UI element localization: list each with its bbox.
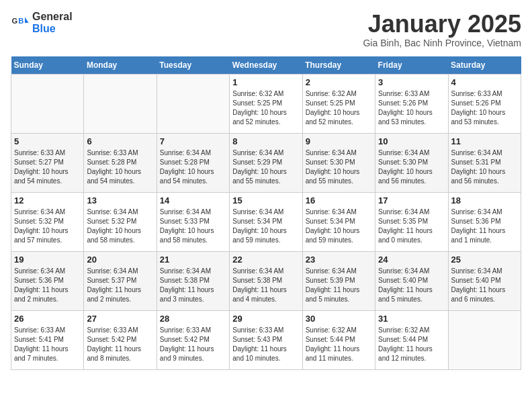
day-number: 2	[306, 77, 372, 87]
day-number: 18	[451, 195, 518, 205]
day-info: Sunrise: 6:34 AMSunset: 5:29 PMDaylight:…	[232, 148, 299, 186]
day-number: 21	[160, 255, 226, 265]
calendar-week-row: 12Sunrise: 6:34 AMSunset: 5:32 PMDayligh…	[11, 192, 521, 251]
day-number: 14	[160, 195, 226, 205]
calendar-cell: 5Sunrise: 6:33 AMSunset: 5:27 PMDaylight…	[11, 133, 84, 192]
calendar-cell: 21Sunrise: 6:34 AMSunset: 5:38 PMDayligh…	[157, 251, 229, 310]
calendar-cell	[448, 310, 521, 369]
calendar-cell: 29Sunrise: 6:33 AMSunset: 5:43 PMDayligh…	[230, 310, 302, 369]
day-info: Sunrise: 6:33 AMSunset: 5:42 PMDaylight:…	[87, 326, 153, 363]
day-info: Sunrise: 6:32 AMSunset: 5:44 PMDaylight:…	[378, 326, 445, 363]
day-number: 22	[232, 255, 299, 265]
day-info: Sunrise: 6:33 AMSunset: 5:41 PMDaylight:…	[14, 326, 81, 363]
calendar-cell: 4Sunrise: 6:33 AMSunset: 5:26 PMDaylight…	[448, 74, 521, 133]
day-info: Sunrise: 6:34 AMSunset: 5:36 PMDaylight:…	[451, 208, 518, 245]
weekday-header: Wednesday	[230, 56, 302, 75]
calendar-cell: 13Sunrise: 6:34 AMSunset: 5:32 PMDayligh…	[84, 192, 157, 251]
day-number: 25	[451, 255, 518, 265]
calendar-cell: 17Sunrise: 6:34 AMSunset: 5:35 PMDayligh…	[375, 192, 448, 251]
calendar-cell	[157, 74, 229, 133]
day-info: Sunrise: 6:34 AMSunset: 5:30 PMDaylight:…	[378, 148, 445, 186]
day-info: Sunrise: 6:34 AMSunset: 5:40 PMDaylight:…	[451, 267, 518, 304]
weekday-header: Tuesday	[157, 56, 229, 75]
weekday-row: SundayMondayTuesdayWednesdayThursdayFrid…	[11, 56, 521, 75]
calendar-week-row: 5Sunrise: 6:33 AMSunset: 5:27 PMDaylight…	[11, 133, 521, 192]
day-number: 30	[306, 314, 372, 324]
page-header: G B General Blue January 2025 Gia Binh, …	[11, 11, 521, 48]
day-number: 6	[87, 136, 153, 146]
calendar-header: SundayMondayTuesdayWednesdayThursdayFrid…	[11, 56, 521, 75]
day-info: Sunrise: 6:34 AMSunset: 5:38 PMDaylight:…	[232, 267, 299, 304]
svg-text:G: G	[11, 17, 17, 25]
day-number: 8	[232, 136, 299, 146]
calendar-cell: 31Sunrise: 6:32 AMSunset: 5:44 PMDayligh…	[375, 310, 448, 369]
calendar-cell: 10Sunrise: 6:34 AMSunset: 5:30 PMDayligh…	[375, 133, 448, 192]
day-number: 27	[87, 314, 153, 324]
day-info: Sunrise: 6:34 AMSunset: 5:34 PMDaylight:…	[232, 208, 299, 245]
day-number: 7	[160, 136, 226, 146]
weekday-header: Monday	[84, 56, 157, 75]
day-number: 20	[87, 255, 153, 265]
calendar-table: SundayMondayTuesdayWednesdayThursdayFrid…	[11, 56, 521, 370]
day-number: 29	[232, 314, 299, 324]
calendar-week-row: 1Sunrise: 6:32 AMSunset: 5:25 PMDaylight…	[11, 74, 521, 133]
day-info: Sunrise: 6:33 AMSunset: 5:26 PMDaylight:…	[378, 89, 445, 127]
day-info: Sunrise: 6:34 AMSunset: 5:28 PMDaylight:…	[160, 148, 226, 186]
day-number: 19	[14, 255, 81, 265]
day-number: 24	[378, 255, 445, 265]
calendar-subtitle: Gia Binh, Bac Ninh Province, Vietnam	[363, 38, 521, 48]
day-number: 12	[14, 195, 81, 205]
calendar-cell: 3Sunrise: 6:33 AMSunset: 5:26 PMDaylight…	[375, 74, 448, 133]
day-info: Sunrise: 6:34 AMSunset: 5:38 PMDaylight:…	[160, 267, 226, 304]
weekday-header: Saturday	[448, 56, 521, 75]
calendar-cell	[11, 74, 84, 133]
calendar-cell: 1Sunrise: 6:32 AMSunset: 5:25 PMDaylight…	[230, 74, 302, 133]
day-info: Sunrise: 6:34 AMSunset: 5:35 PMDaylight:…	[378, 208, 445, 245]
calendar-cell: 26Sunrise: 6:33 AMSunset: 5:41 PMDayligh…	[11, 310, 84, 369]
day-number: 31	[378, 314, 445, 324]
calendar-cell: 18Sunrise: 6:34 AMSunset: 5:36 PMDayligh…	[448, 192, 521, 251]
day-info: Sunrise: 6:33 AMSunset: 5:43 PMDaylight:…	[232, 326, 299, 363]
day-number: 9	[306, 136, 372, 146]
day-info: Sunrise: 6:34 AMSunset: 5:34 PMDaylight:…	[306, 208, 372, 245]
calendar-cell: 25Sunrise: 6:34 AMSunset: 5:40 PMDayligh…	[448, 251, 521, 310]
day-info: Sunrise: 6:34 AMSunset: 5:37 PMDaylight:…	[87, 267, 153, 304]
calendar-cell: 15Sunrise: 6:34 AMSunset: 5:34 PMDayligh…	[230, 192, 302, 251]
day-number: 11	[451, 136, 518, 146]
weekday-header: Friday	[375, 56, 448, 75]
svg-text:B: B	[18, 17, 24, 25]
day-info: Sunrise: 6:34 AMSunset: 5:36 PMDaylight:…	[14, 267, 81, 304]
day-info: Sunrise: 6:33 AMSunset: 5:28 PMDaylight:…	[87, 148, 153, 186]
day-info: Sunrise: 6:34 AMSunset: 5:31 PMDaylight:…	[451, 148, 518, 186]
day-info: Sunrise: 6:33 AMSunset: 5:26 PMDaylight:…	[451, 89, 518, 127]
day-number: 23	[306, 255, 372, 265]
calendar-title: January 2025	[363, 11, 521, 38]
day-number: 16	[306, 195, 372, 205]
calendar-cell: 16Sunrise: 6:34 AMSunset: 5:34 PMDayligh…	[302, 192, 375, 251]
day-info: Sunrise: 6:32 AMSunset: 5:25 PMDaylight:…	[306, 89, 372, 127]
calendar-cell: 12Sunrise: 6:34 AMSunset: 5:32 PMDayligh…	[11, 192, 84, 251]
svg-marker-2	[25, 17, 29, 23]
day-number: 1	[232, 77, 299, 87]
calendar-cell: 24Sunrise: 6:34 AMSunset: 5:40 PMDayligh…	[375, 251, 448, 310]
calendar-cell: 20Sunrise: 6:34 AMSunset: 5:37 PMDayligh…	[84, 251, 157, 310]
day-info: Sunrise: 6:33 AMSunset: 5:42 PMDaylight:…	[160, 326, 226, 363]
logo-icon: G B	[11, 13, 30, 32]
calendar-cell: 22Sunrise: 6:34 AMSunset: 5:38 PMDayligh…	[230, 251, 302, 310]
day-number: 13	[87, 195, 153, 205]
logo: G B General Blue	[11, 11, 73, 35]
day-number: 15	[232, 195, 299, 205]
calendar-cell: 14Sunrise: 6:34 AMSunset: 5:33 PMDayligh…	[157, 192, 229, 251]
calendar-week-row: 19Sunrise: 6:34 AMSunset: 5:36 PMDayligh…	[11, 251, 521, 310]
logo-text: General Blue	[32, 11, 73, 35]
calendar-cell: 9Sunrise: 6:34 AMSunset: 5:30 PMDaylight…	[302, 133, 375, 192]
day-info: Sunrise: 6:33 AMSunset: 5:27 PMDaylight:…	[14, 148, 81, 186]
day-number: 5	[14, 136, 81, 146]
day-info: Sunrise: 6:34 AMSunset: 5:40 PMDaylight:…	[378, 267, 445, 304]
day-info: Sunrise: 6:34 AMSunset: 5:30 PMDaylight:…	[306, 148, 372, 186]
calendar-cell: 28Sunrise: 6:33 AMSunset: 5:42 PMDayligh…	[157, 310, 229, 369]
day-info: Sunrise: 6:34 AMSunset: 5:32 PMDaylight:…	[14, 208, 81, 245]
day-info: Sunrise: 6:34 AMSunset: 5:33 PMDaylight:…	[160, 208, 226, 245]
day-info: Sunrise: 6:34 AMSunset: 5:32 PMDaylight:…	[87, 208, 153, 245]
day-number: 28	[160, 314, 226, 324]
